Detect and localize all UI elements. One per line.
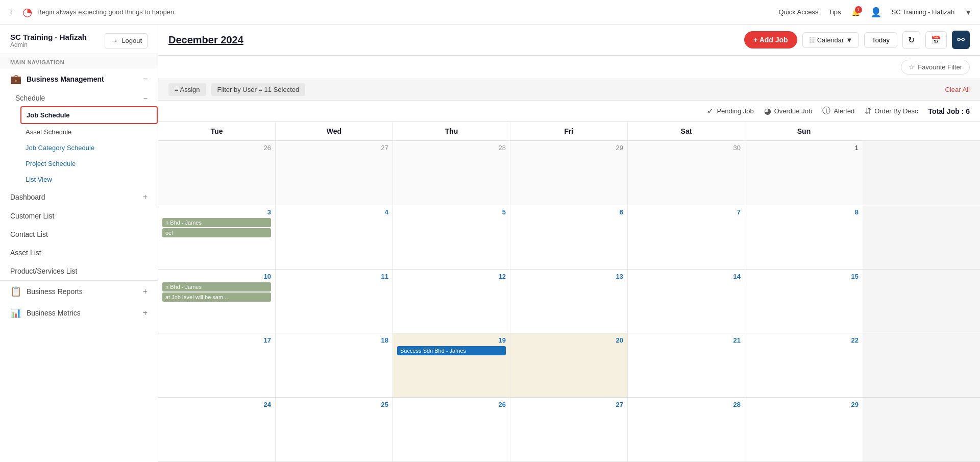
order-by-desc-control[interactable]: ⇵ Order By Desc xyxy=(865,106,918,116)
cal-cell-1[interactable]: 1 xyxy=(745,141,863,205)
cal-cell-29[interactable]: 29 xyxy=(510,141,628,205)
clear-all-button[interactable]: Clear All xyxy=(945,86,970,93)
tagline: Begin always expecting good things to ha… xyxy=(37,8,778,16)
cal-cell-10[interactable]: 10 n Bhd - James at Job level will be sa… xyxy=(158,270,276,333)
sidebar: SC Training - Hafizah Admin → Logout MAI… xyxy=(0,25,158,462)
overdue-job-control[interactable]: ◕ Overdue Job xyxy=(764,106,812,116)
cal-date-20: 20 xyxy=(514,336,623,344)
user-dropdown-icon[interactable]: ▼ xyxy=(965,8,972,16)
cal-cell-15[interactable]: 15 xyxy=(745,270,863,333)
tips-link[interactable]: Tips xyxy=(829,8,841,16)
favourite-filter-button[interactable]: ☆ Favourite Filter xyxy=(901,60,970,75)
cal-cell-12[interactable]: 12 xyxy=(393,270,510,333)
cal-date-26: 26 xyxy=(162,144,271,152)
notification-bell[interactable]: 🔔 1 xyxy=(851,8,860,16)
filter-funnel-button[interactable]: ⚯ xyxy=(952,31,970,49)
refresh-button[interactable]: ↻ xyxy=(902,31,920,49)
alerted-control[interactable]: ⓘ Alerted xyxy=(822,106,854,116)
project-schedule-label: Project Schedule xyxy=(26,160,76,167)
cal-date-12: 12 xyxy=(397,273,506,280)
calendar-view-button[interactable]: 📅 xyxy=(925,31,947,49)
cal-cell-28[interactable]: 28 xyxy=(393,141,510,205)
contact-list-label: Contact List xyxy=(10,230,48,238)
cal-date-21: 21 xyxy=(632,336,741,344)
cal-event-3a[interactable]: n Bhd - James xyxy=(162,218,271,227)
nav-item-list-view[interactable]: List View xyxy=(20,172,158,187)
cal-header-thu: Thu xyxy=(393,122,510,140)
cal-cell-25[interactable]: 25 xyxy=(276,398,393,461)
cal-cell-19[interactable]: 19 Success Sdn Bhd - James xyxy=(393,333,510,397)
schedule-collapse-icon: − xyxy=(143,94,148,102)
nav-item-job-category-schedule[interactable]: Job Category Schedule xyxy=(20,140,158,156)
cal-cell-13[interactable]: 13 xyxy=(510,270,628,333)
nav-item-dashboard[interactable]: Dashboard + xyxy=(0,187,158,207)
cal-cell-26b[interactable]: 26 xyxy=(393,398,510,461)
pending-job-control[interactable]: ✓ Pending Job xyxy=(707,106,753,116)
app-layout: SC Training - Hafizah Admin → Logout MAI… xyxy=(0,25,980,462)
cal-event-10b[interactable]: at Job level will be sam... xyxy=(162,293,271,302)
nav-item-contact-list[interactable]: Contact List xyxy=(0,225,158,244)
cal-date-29: 29 xyxy=(514,144,623,152)
cal-cell-7[interactable]: 7 xyxy=(628,205,745,269)
pending-job-icon: ✓ xyxy=(707,106,714,116)
cal-header-sun: Sun xyxy=(745,122,863,140)
business-management-header[interactable]: 💼 Business Management − xyxy=(0,68,158,90)
reports-expand-icon: + xyxy=(143,287,148,296)
business-metrics-label: Business Metrics xyxy=(27,309,81,317)
cal-cell-5[interactable]: 5 xyxy=(393,205,510,269)
metrics-icon: 📊 xyxy=(10,307,21,319)
schedule-subgroup: Schedule − Job Schedule Asset Schedule J… xyxy=(0,90,158,187)
cal-event-19[interactable]: Success Sdn Bhd - James xyxy=(397,346,506,355)
cal-cell-30[interactable]: 30 xyxy=(628,141,745,205)
assign-tag[interactable]: = Assign xyxy=(168,83,206,96)
cal-date-27b: 27 xyxy=(514,401,623,408)
calendar-dropdown[interactable]: ☷ Calendar ▼ xyxy=(802,32,860,48)
cal-date-11: 11 xyxy=(280,273,388,280)
cal-cell-8[interactable]: 8 xyxy=(745,205,863,269)
nav-item-asset-schedule[interactable]: Asset Schedule xyxy=(20,124,158,140)
cal-cell-21[interactable]: 21 xyxy=(628,333,745,397)
cal-cell-28b[interactable]: 28 xyxy=(628,398,745,461)
back-button[interactable]: ← xyxy=(8,7,17,17)
nav-item-business-reports[interactable]: 📋 Business Reports + xyxy=(0,280,158,302)
metrics-expand-icon: + xyxy=(143,308,148,318)
cal-cell-26[interactable]: 26 xyxy=(158,141,276,205)
cal-cell-20[interactable]: 20 xyxy=(510,333,628,397)
cal-event-3b[interactable]: oel xyxy=(162,228,271,237)
logout-button[interactable]: → Logout xyxy=(105,33,148,48)
cal-date-27: 27 xyxy=(280,144,388,152)
schedule-subheader[interactable]: Schedule − xyxy=(10,90,158,106)
today-button[interactable]: Today xyxy=(864,32,897,48)
calendar-dropdown-label: Calendar xyxy=(817,36,844,44)
add-job-button[interactable]: + Add Job xyxy=(744,31,797,48)
nav-item-customer-list[interactable]: Customer List xyxy=(0,207,158,225)
filter-user-tag[interactable]: Filter by User = 11 Selected xyxy=(211,83,306,96)
cal-event-10a[interactable]: n Bhd - James xyxy=(162,282,271,291)
quick-access-link[interactable]: Quick Access xyxy=(778,8,818,16)
nav-item-asset-list[interactable]: Asset List xyxy=(0,244,158,262)
total-jobs-label: Total Job : 6 xyxy=(928,107,970,115)
nav-item-business-metrics[interactable]: 📊 Business Metrics + xyxy=(0,302,158,324)
cal-date-10: 10 xyxy=(162,273,271,280)
cal-date-25: 25 xyxy=(280,401,388,408)
cal-cell-11[interactable]: 11 xyxy=(276,270,393,333)
cal-cell-4[interactable]: 4 xyxy=(276,205,393,269)
sidebar-username: SC Training - Hafizah xyxy=(10,33,87,41)
cal-cell-17[interactable]: 17 xyxy=(158,333,276,397)
cal-date-7: 7 xyxy=(632,208,741,216)
cal-cell-3[interactable]: 3 n Bhd - James oel xyxy=(158,205,276,269)
nav-item-product-services[interactable]: Product/Services List xyxy=(0,262,158,280)
cal-cell-24[interactable]: 24 xyxy=(158,398,276,461)
nav-item-project-schedule[interactable]: Project Schedule xyxy=(20,156,158,172)
job-category-schedule-label: Job Category Schedule xyxy=(26,144,94,152)
cal-cell-6[interactable]: 6 xyxy=(510,205,628,269)
cal-date-15: 15 xyxy=(749,273,859,280)
cal-cell-14[interactable]: 14 xyxy=(628,270,745,333)
cal-cell-22[interactable]: 22 xyxy=(745,333,863,397)
nav-item-job-schedule[interactable]: Job Schedule xyxy=(20,106,158,124)
user-menu[interactable]: SC Training - Hafizah xyxy=(892,8,955,16)
cal-cell-29b[interactable]: 29 xyxy=(745,398,863,461)
cal-cell-27[interactable]: 27 xyxy=(276,141,393,205)
cal-cell-18[interactable]: 18 xyxy=(276,333,393,397)
cal-cell-27b[interactable]: 27 xyxy=(510,398,628,461)
